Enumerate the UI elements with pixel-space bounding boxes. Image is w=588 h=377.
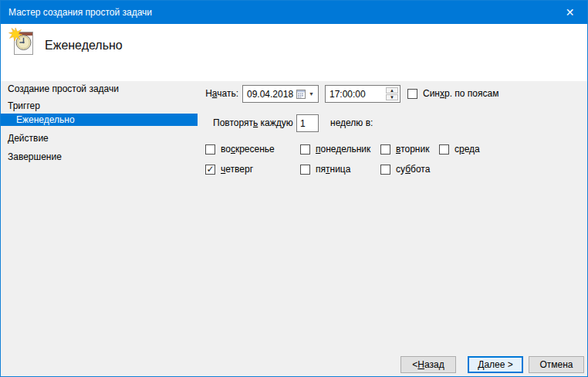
cancel-button[interactable]: Отмена bbox=[529, 356, 584, 373]
sidebar-item-weekly: Еженедельно bbox=[1, 114, 198, 126]
checkbox-label: воскресенье bbox=[215, 144, 275, 155]
repeat-label: Повторять каждую bbox=[213, 114, 293, 132]
weekday-tuesday[interactable]: вторник bbox=[380, 143, 429, 155]
checkbox[interactable] bbox=[300, 165, 310, 175]
checkbox[interactable] bbox=[205, 144, 215, 155]
weekday-saturday[interactable]: суббота bbox=[380, 163, 430, 175]
repeat-interval-input[interactable] bbox=[296, 114, 319, 132]
wizard-header: Еженедельно bbox=[1, 24, 587, 81]
date-value: 09.04.2018 bbox=[243, 89, 296, 100]
back-button[interactable]: < Назад bbox=[400, 356, 456, 373]
time-spinner: ▲ ▼ bbox=[386, 87, 398, 100]
spinner-up-button[interactable]: ▲ bbox=[386, 87, 398, 93]
next-button[interactable]: Далее > bbox=[468, 356, 523, 373]
checkbox-label: четверг bbox=[215, 164, 253, 175]
sync-timezone-checkbox[interactable]: Синхр. по поясам bbox=[407, 87, 498, 100]
weekday-thursday[interactable]: ✓ четверг bbox=[205, 163, 253, 175]
task-scheduler-wizard-icon bbox=[8, 27, 38, 60]
time-field[interactable]: 17:00:00 ▲ ▼ bbox=[325, 85, 400, 103]
weekday-monday[interactable]: понедельник bbox=[300, 143, 370, 155]
checkbox-label: Синхр. по поясам bbox=[417, 88, 498, 99]
checkbox[interactable] bbox=[380, 144, 390, 155]
page-title: Еженедельно bbox=[45, 39, 123, 53]
checkbox[interactable] bbox=[300, 144, 310, 155]
sidebar-item-trigger: Триггер bbox=[1, 100, 198, 112]
checkbox-label: пятница bbox=[310, 164, 350, 175]
spinner-down-button[interactable]: ▼ bbox=[386, 94, 398, 100]
checkbox-label: понедельник bbox=[310, 144, 370, 155]
weekday-sunday[interactable]: воскресенье bbox=[205, 143, 275, 155]
sidebar-item-create-task: Создание простой задачи bbox=[1, 83, 198, 95]
close-icon: ✕ bbox=[566, 6, 575, 19]
date-picker[interactable]: 09.04.2018 ▼ bbox=[242, 85, 319, 103]
sidebar-item-finish: Завершение bbox=[1, 151, 198, 163]
sidebar-item-action: Действие bbox=[1, 132, 198, 144]
checkbox[interactable] bbox=[439, 144, 449, 155]
weekday-friday[interactable]: пятница bbox=[300, 163, 350, 175]
checkbox-label: вторник bbox=[390, 144, 429, 155]
checkbox[interactable] bbox=[380, 165, 390, 175]
wizard-window: Мастер создания простой задачи ✕ Еженеде… bbox=[0, 0, 588, 377]
dropdown-arrow-icon[interactable]: ▼ bbox=[306, 91, 318, 97]
calendar-icon bbox=[296, 90, 306, 99]
close-button[interactable]: ✕ bbox=[553, 1, 587, 24]
checkbox-label: суббота bbox=[390, 164, 430, 175]
window-title: Мастер создания простой задачи bbox=[1, 7, 553, 18]
weekday-wednesday[interactable]: среда bbox=[439, 143, 480, 155]
checkbox[interactable] bbox=[407, 89, 417, 99]
start-label: Начать: bbox=[198, 85, 238, 103]
checkbox[interactable]: ✓ bbox=[205, 165, 215, 175]
checkbox-label: среда bbox=[449, 144, 480, 155]
repeat-suffix-label: неделю в: bbox=[330, 114, 373, 132]
titlebar: Мастер создания простой задачи ✕ bbox=[1, 1, 587, 24]
